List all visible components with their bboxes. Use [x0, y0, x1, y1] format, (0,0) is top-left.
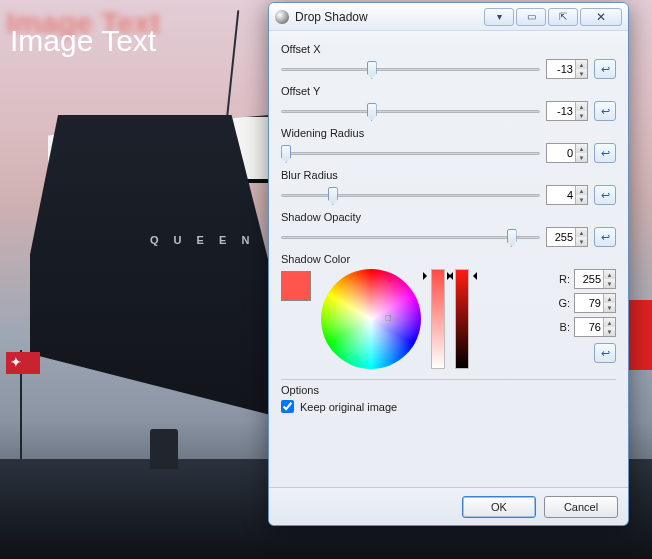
- spin-down-icon[interactable]: ▼: [576, 195, 587, 204]
- offset-y-spinner[interactable]: ▲▼: [546, 101, 588, 121]
- image-text: Image Text: [10, 24, 156, 58]
- titlebar-close-button[interactable]: ✕: [580, 8, 622, 26]
- blur-slider[interactable]: [281, 185, 540, 205]
- spin-up-icon[interactable]: ▲: [604, 318, 615, 327]
- spin-up-icon[interactable]: ▲: [576, 186, 587, 195]
- color-wheel-cursor[interactable]: [385, 315, 391, 321]
- app-icon: [275, 10, 289, 24]
- offset-y-reset-button[interactable]: ↩: [594, 101, 616, 121]
- ok-button[interactable]: OK: [462, 496, 536, 518]
- spin-down-icon[interactable]: ▼: [576, 237, 587, 246]
- spin-down-icon[interactable]: ▼: [604, 279, 615, 288]
- color-reset-button[interactable]: ↩: [594, 343, 616, 363]
- spin-up-icon[interactable]: ▲: [576, 60, 587, 69]
- titlebar-window-button[interactable]: ▭: [516, 8, 546, 26]
- r-label: R:: [554, 273, 570, 285]
- dialog-title: Drop Shadow: [295, 10, 368, 24]
- blur-label: Blur Radius: [281, 169, 616, 181]
- detach-icon: ⇱: [559, 11, 567, 22]
- blur-spinner[interactable]: ▲▼: [546, 185, 588, 205]
- r-spinner[interactable]: ▲▼: [574, 269, 616, 289]
- spin-down-icon[interactable]: ▼: [576, 153, 587, 162]
- widening-slider[interactable]: [281, 143, 540, 163]
- spin-up-icon[interactable]: ▲: [576, 228, 587, 237]
- titlebar-detach-button[interactable]: ⇱: [548, 8, 578, 26]
- cancel-button[interactable]: Cancel: [544, 496, 618, 518]
- spin-down-icon[interactable]: ▼: [576, 69, 587, 78]
- close-icon: ✕: [596, 10, 606, 24]
- widening-input[interactable]: [547, 144, 575, 162]
- titlebar[interactable]: Drop Shadow ▾ ▭ ⇱ ✕: [269, 3, 628, 31]
- spin-down-icon[interactable]: ▼: [604, 327, 615, 336]
- opacity-label: Shadow Opacity: [281, 211, 616, 223]
- opacity-input[interactable]: [547, 228, 575, 246]
- offset-x-reset-button[interactable]: ↩: [594, 59, 616, 79]
- opacity-reset-button[interactable]: ↩: [594, 227, 616, 247]
- titlebar-buttons: ▾ ▭ ⇱ ✕: [484, 8, 622, 26]
- offset-y-input[interactable]: [547, 102, 575, 120]
- b-input[interactable]: [575, 318, 603, 336]
- g-spinner[interactable]: ▲▼: [574, 293, 616, 313]
- titlebar-dropdown-button[interactable]: ▾: [484, 8, 514, 26]
- offset-y-label: Offset Y: [281, 85, 616, 97]
- keep-original-checkbox[interactable]: [281, 400, 294, 413]
- spin-up-icon[interactable]: ▲: [576, 144, 587, 153]
- dialog-body: Offset X ▲▼ ↩ Offset Y ▲▼ ↩ Widening Rad: [269, 31, 628, 487]
- color-swatch[interactable]: [281, 271, 311, 301]
- opacity-slider[interactable]: [281, 227, 540, 247]
- r-input[interactable]: [575, 270, 603, 288]
- widening-reset-button[interactable]: ↩: [594, 143, 616, 163]
- blur-input[interactable]: [547, 186, 575, 204]
- chevron-down-icon: ▾: [497, 11, 502, 22]
- offset-x-slider[interactable]: [281, 59, 540, 79]
- opacity-spinner[interactable]: ▲▼: [546, 227, 588, 247]
- widening-spinner[interactable]: ▲▼: [546, 143, 588, 163]
- widening-label: Widening Radius: [281, 127, 616, 139]
- offset-x-input[interactable]: [547, 60, 575, 78]
- ship-name-text: Q U E E N: [150, 234, 255, 246]
- offset-y-slider[interactable]: [281, 101, 540, 121]
- flag-icon: [6, 352, 40, 374]
- b-label: B:: [554, 321, 570, 333]
- color-brightness-slider[interactable]: [455, 269, 469, 369]
- window-icon: ▭: [527, 11, 536, 22]
- keep-original-checkbox-row[interactable]: Keep original image: [281, 400, 616, 413]
- shadow-color-label: Shadow Color: [281, 253, 616, 265]
- options-section: Options Keep original image: [281, 384, 616, 413]
- g-input[interactable]: [575, 294, 603, 312]
- offset-x-spinner[interactable]: ▲▼: [546, 59, 588, 79]
- color-value-slider[interactable]: [431, 269, 445, 369]
- spin-up-icon[interactable]: ▲: [604, 294, 615, 303]
- divider: [281, 379, 616, 380]
- shadow-color-area: R: ▲▼ G: ▲▼ B:: [281, 269, 616, 369]
- blur-reset-button[interactable]: ↩: [594, 185, 616, 205]
- spin-down-icon[interactable]: ▼: [604, 303, 615, 312]
- options-label: Options: [281, 384, 616, 396]
- b-spinner[interactable]: ▲▼: [574, 317, 616, 337]
- rgb-group: R: ▲▼ G: ▲▼ B:: [554, 269, 616, 363]
- color-wheel[interactable]: [321, 269, 421, 369]
- spin-up-icon[interactable]: ▲: [576, 102, 587, 111]
- g-label: G:: [554, 297, 570, 309]
- spin-up-icon[interactable]: ▲: [604, 270, 615, 279]
- keep-original-label: Keep original image: [300, 401, 397, 413]
- spin-down-icon[interactable]: ▼: [576, 111, 587, 120]
- offset-x-label: Offset X: [281, 43, 616, 55]
- dialog-footer: OK Cancel: [269, 487, 628, 525]
- drop-shadow-dialog: Drop Shadow ▾ ▭ ⇱ ✕ Offset X ▲▼ ↩ Offset…: [268, 2, 629, 526]
